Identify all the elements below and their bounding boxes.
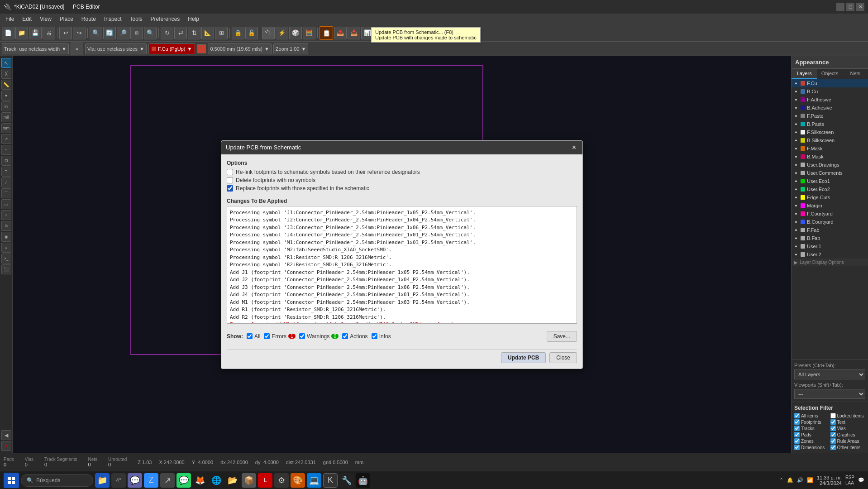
layer-fpaste[interactable]: ● F.Paste: [792, 112, 868, 120]
sel-footprints-cb[interactable]: [794, 419, 800, 425]
layer-display-options[interactable]: ▶ Layer Display Options: [792, 259, 868, 266]
netinspect-button[interactable]: 🔌: [262, 27, 275, 39]
unlock-button[interactable]: 🔓: [245, 27, 258, 39]
taskbar-whatsapp[interactable]: 💬: [176, 473, 191, 488]
menu-file[interactable]: File: [2, 15, 18, 23]
print-button[interactable]: 🖨: [43, 27, 55, 39]
layer-margin[interactable]: ● Margin: [792, 201, 868, 210]
drc-button[interactable]: ⚡: [276, 27, 288, 39]
taskbar-chrome[interactable]: 🌐: [209, 473, 224, 488]
layer-ffab[interactable]: ● F.Fab: [792, 226, 868, 234]
zoom-dropdown[interactable]: Zoom 1.00 ▼: [273, 43, 308, 54]
start-button[interactable]: [4, 473, 19, 488]
layer-bpaste[interactable]: ● B.Paste: [792, 120, 868, 128]
zoom-in-button[interactable]: 🔎: [117, 27, 129, 39]
presets-select[interactable]: All Layers: [794, 369, 865, 379]
layer-user1[interactable]: ● User.1: [792, 242, 868, 250]
search-button[interactable]: 🔍: [90, 27, 102, 39]
taskbar-app4[interactable]: 🎨: [291, 473, 305, 488]
layer-userdrawings[interactable]: ● User.Drawings: [792, 161, 868, 169]
close-dialog-button[interactable]: Close: [549, 352, 577, 363]
scripting-console[interactable]: >_: [1, 254, 11, 264]
redo-button[interactable]: ↪: [73, 27, 86, 39]
draw-line-tool[interactable]: /: [1, 177, 11, 187]
sel-text-cb[interactable]: [830, 419, 836, 425]
sel-locked-cb[interactable]: [830, 413, 836, 418]
track-mode-button[interactable]: ≡: [71, 43, 83, 55]
layer-usercomments[interactable]: ● User.Comments: [792, 169, 868, 177]
layer-fmask[interactable]: ● F.Mask: [792, 144, 868, 153]
measure-tool[interactable]: 📏: [1, 80, 11, 90]
menu-view[interactable]: View: [36, 15, 55, 23]
rotate-cw-button[interactable]: ↻: [161, 27, 173, 39]
layer-user2[interactable]: ● User.2: [792, 250, 868, 259]
draw-circle-tool[interactable]: ○: [1, 210, 11, 220]
in-tool[interactable]: in: [1, 101, 11, 111]
taskbar-num[interactable]: 4°: [111, 473, 126, 488]
sel-vias-cb[interactable]: [830, 426, 836, 431]
update-pcb-button[interactable]: Update PCB: [501, 352, 546, 363]
zoom-fit-button[interactable]: ⊞: [130, 27, 143, 39]
layer-bcu[interactable]: ● B.Cu: [792, 87, 868, 96]
zoom-out-button[interactable]: 🔍: [144, 27, 157, 39]
taskbar-app7[interactable]: 🤖: [356, 473, 370, 488]
export-button[interactable]: 📤: [334, 27, 347, 39]
changes-log[interactable]: Processing symbol 'J1:Connector_PinHeade…: [227, 206, 577, 324]
route-track-tool[interactable]: ↗: [1, 134, 11, 144]
taskbar-files[interactable]: 📂: [225, 473, 240, 488]
menu-route[interactable]: Route: [78, 15, 100, 23]
taskbar-volume[interactable]: 🔊: [797, 477, 803, 483]
sel-rule-areas-cb[interactable]: [830, 438, 836, 444]
add-footprint-tool[interactable]: ⊕: [1, 221, 11, 231]
taskbar-zoom-app[interactable]: Z: [144, 473, 158, 488]
sel-graphics-cb[interactable]: [830, 432, 836, 437]
search-bar[interactable]: 🔍 Búsqueda: [21, 474, 93, 487]
layer-bmask[interactable]: ● B.Mask: [792, 153, 868, 161]
menu-inspect[interactable]: Inspect: [100, 15, 125, 23]
sel-all-cb[interactable]: [794, 413, 800, 418]
show-errors-checkbox[interactable]: [264, 333, 270, 339]
save-button[interactable]: Save...: [547, 331, 577, 342]
replace-footprints-checkbox[interactable]: [227, 185, 233, 192]
taskbar-network[interactable]: 📶: [807, 477, 813, 483]
layer-color-swatch[interactable]: [197, 44, 206, 53]
draw-zone-tool[interactable]: ⊡: [1, 156, 11, 166]
taskbar-app6[interactable]: 🔧: [339, 473, 354, 488]
via-size-dropdown[interactable]: Via: use netclass sizes ▼: [85, 43, 147, 54]
undo-button[interactable]: ↩: [59, 27, 72, 39]
3d-button[interactable]: 🎲: [289, 27, 302, 39]
taskbar-kicad[interactable]: K: [323, 473, 338, 488]
route-single-track[interactable]: ~: [1, 145, 11, 155]
minimize-button[interactable]: ─: [836, 3, 844, 11]
taskbar-app1[interactable]: 📦: [242, 473, 256, 488]
import-button[interactable]: 📥: [348, 27, 360, 39]
show-warnings-checkbox[interactable]: [299, 333, 305, 339]
layer-fadhesive[interactable]: ● F.Adhesive: [792, 96, 868, 104]
taskbar-chevron[interactable]: ⌃: [779, 477, 783, 483]
forward-arrow[interactable]: ✕: [1, 441, 11, 451]
taskbar-firefox[interactable]: 🦊: [193, 473, 207, 488]
taskbar-explorer[interactable]: 📁: [95, 473, 110, 488]
show-actions-checkbox[interactable]: [342, 333, 348, 339]
sel-dimensions-cb[interactable]: [794, 445, 800, 450]
taskbar-app5[interactable]: 💻: [307, 473, 321, 488]
taskbar-app2[interactable]: L: [258, 473, 272, 488]
save-button[interactable]: 💾: [29, 27, 42, 39]
local-ratsnest-tool[interactable]: ╳: [1, 69, 11, 79]
layer-badhesive[interactable]: ● B.Adhesive: [792, 104, 868, 112]
lock-button[interactable]: 🔒: [232, 27, 244, 39]
align-tool[interactable]: ≡: [1, 243, 11, 253]
layer-eco1[interactable]: ● User.Eco1: [792, 177, 868, 185]
layer-fsilk[interactable]: ● F.Silkscreen: [792, 128, 868, 136]
pad-tool[interactable]: ●: [1, 91, 11, 101]
refresh-button[interactable]: 🔄: [103, 27, 116, 39]
sel-zones-cb[interactable]: [794, 438, 800, 444]
show-infos-checkbox[interactable]: [372, 333, 377, 339]
draw-arc-tool[interactable]: ⌒: [1, 188, 11, 198]
taskbar-teams[interactable]: 💬: [128, 473, 142, 488]
add-text-tool[interactable]: T: [1, 167, 11, 177]
open-button[interactable]: 📁: [15, 27, 28, 39]
sel-pads-cb[interactable]: [794, 432, 800, 437]
close-button[interactable]: ✕: [856, 3, 864, 11]
viewports-select[interactable]: ---: [794, 389, 865, 399]
